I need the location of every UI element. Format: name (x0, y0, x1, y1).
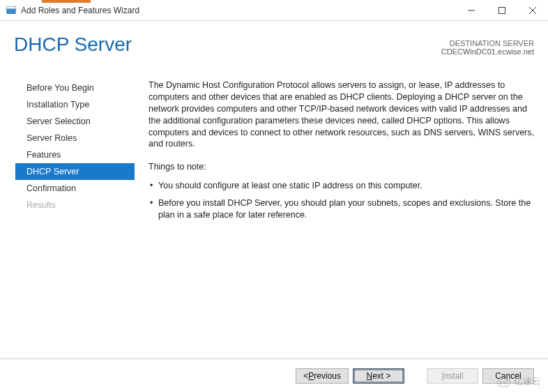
accent-tab (42, 0, 91, 3)
previous-button[interactable]: < Previous (296, 368, 349, 384)
sidebar: Before You Begin Installation Type Serve… (0, 80, 135, 359)
maximize-button[interactable] (487, 0, 517, 21)
wizard-icon (6, 5, 17, 16)
install-button: Install (427, 368, 478, 384)
destination-info: DESTINATION SERVER CDECWinDC01.ecwise.ne… (441, 33, 534, 56)
sidebar-item-server-roles[interactable]: Server Roles (0, 130, 135, 146)
description-area: The Dynamic Host Configuration Protocol … (135, 80, 548, 359)
destination-label: DESTINATION SERVER (441, 39, 534, 47)
intro-text: The Dynamic Host Configuration Protocol … (149, 80, 534, 150)
sidebar-item-confirmation[interactable]: Confirmation (0, 180, 135, 197)
close-button[interactable] (517, 0, 548, 21)
window-title: Add Roles and Features Wizard (21, 6, 139, 15)
sidebar-item-dhcp-server[interactable]: DHCP Server (15, 163, 135, 180)
sidebar-item-features[interactable]: Features (0, 146, 135, 163)
sidebar-item-before-you-begin[interactable]: Before You Begin (0, 80, 135, 96)
notes-heading: Things to note: (149, 161, 534, 173)
svg-rect-3 (499, 7, 505, 13)
note-bullet-2: Before you install DHCP Server, you shou… (149, 197, 534, 221)
note-bullet-1: You should configure at least one static… (149, 180, 534, 192)
svg-rect-1 (7, 6, 15, 8)
sidebar-item-installation-type[interactable]: Installation Type (0, 96, 135, 113)
page-title: DHCP Server (14, 33, 132, 56)
next-button[interactable]: Next > (353, 368, 404, 384)
minimize-button[interactable] (456, 0, 487, 21)
titlebar: Add Roles and Features Wizard (0, 0, 548, 21)
sidebar-item-results: Results (0, 197, 135, 213)
main-area: DHCP Server DESTINATION SERVER CDECWinDC… (0, 21, 548, 359)
sidebar-item-server-selection[interactable]: Server Selection (0, 113, 135, 130)
cancel-button[interactable]: Cancel (482, 368, 534, 384)
footer: < Previous Next > Install Cancel (0, 360, 548, 392)
destination-value: CDECWinDC01.ecwise.net (441, 47, 534, 56)
